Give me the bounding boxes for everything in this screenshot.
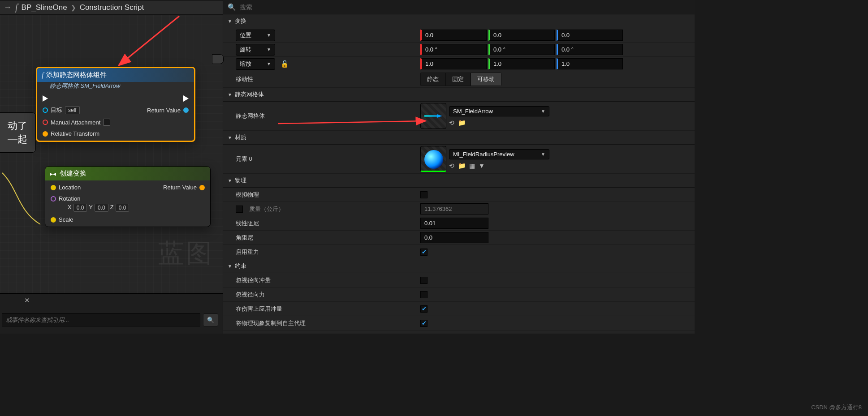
graph-node-partial[interactable] <box>212 54 224 64</box>
input-rot-z[interactable]: 0.0 <box>116 204 130 212</box>
pin-manual-attachment[interactable] <box>43 120 48 125</box>
pin-label: Relative Transform <box>51 130 99 137</box>
node-title: 添加静态网格体组件 <box>46 71 107 79</box>
label-angular-damping: 角阻尼 <box>223 234 420 242</box>
input-rot-y[interactable]: 0.0 ° <box>488 44 555 55</box>
checkbox-manual-attachment[interactable] <box>103 119 110 126</box>
breadcrumb-item-blueprint[interactable]: BP_SlineOne <box>22 3 67 12</box>
input-rot-z[interactable]: 0.0 ° <box>557 44 623 55</box>
asset-thumbnail[interactable] <box>420 146 446 172</box>
nav-forward-icon[interactable]: → <box>4 3 12 12</box>
section-material[interactable]: ▼材质 <box>223 131 695 145</box>
checkbox-ignore-radial-force[interactable] <box>420 291 428 298</box>
pin-relative-transform[interactable] <box>43 131 48 137</box>
input-linear-damping[interactable]: 0.01 <box>420 218 488 229</box>
chevron-right-icon: ❯ <box>71 4 76 11</box>
search-icon: 🔍 <box>228 3 236 11</box>
exec-pin-in[interactable] <box>43 95 48 102</box>
segmented-mobility: 静态 固定 可移动 <box>420 73 501 86</box>
dropdown-rotation[interactable]: 旋转▼ <box>236 44 275 56</box>
lock-icon[interactable]: 🔓 <box>281 60 289 68</box>
dropdown-static-mesh-asset[interactable]: SM_FieldArrow▼ <box>449 106 549 116</box>
graph-node-partial[interactable]: 动了 —起 <box>0 112 36 153</box>
label-linear-damping: 线性阻尼 <box>223 219 420 227</box>
section-static-mesh[interactable]: ▼静态网格体 <box>223 88 695 102</box>
mobility-static[interactable]: 静态 <box>420 73 445 86</box>
exec-pin-out[interactable] <box>183 95 189 102</box>
input-rot-x[interactable]: 0.0 <box>73 204 87 212</box>
pin-return-value[interactable] <box>199 185 205 190</box>
mobility-stationary[interactable]: 固定 <box>445 73 471 86</box>
checkbox-replicate-physics[interactable] <box>420 320 428 327</box>
find-button[interactable]: 🔍 <box>203 313 218 326</box>
svg-line-1 <box>119 16 179 65</box>
chevron-down-icon[interactable]: ▼ <box>479 162 485 169</box>
checkbox-mass-override[interactable] <box>236 206 243 213</box>
input-pos-x[interactable]: 0.0 <box>420 30 487 41</box>
breadcrumb: → f BP_SlineOne ❯ Construction Script <box>0 0 223 15</box>
chevron-down-icon: ▼ <box>541 109 545 114</box>
input-scale-x[interactable]: 1.0 <box>420 58 487 69</box>
label-mass: 质量（公斤） <box>249 205 284 213</box>
pin-label: Scale <box>59 216 73 223</box>
dropdown-scale[interactable]: 缩放▼ <box>236 58 275 70</box>
pin-default-value[interactable]: self <box>65 106 80 114</box>
chevron-down-icon: ▼ <box>267 61 271 66</box>
pin-target[interactable] <box>43 107 48 113</box>
input-angular-damping[interactable]: 0.0 <box>420 232 488 243</box>
pin-scale[interactable] <box>51 217 56 223</box>
checkbox-enable-gravity[interactable] <box>420 249 428 256</box>
breadcrumb-item-script[interactable]: Construction Script <box>80 3 144 12</box>
section-transform[interactable]: ▼变换 <box>223 14 695 28</box>
details-search-input[interactable] <box>240 4 690 11</box>
details-search-row: 🔍 <box>223 0 695 14</box>
input-pos-z[interactable]: 0.0 <box>557 30 623 41</box>
section-physics[interactable]: ▼物理 <box>223 174 695 188</box>
input-mass: 11.376362 <box>420 203 488 214</box>
chevron-down-icon: ▼ <box>228 264 232 269</box>
pin-rotation[interactable] <box>51 196 56 202</box>
dropdown-position[interactable]: 位置▼ <box>236 30 275 41</box>
grid-icon[interactable]: ▦ <box>469 162 475 169</box>
browse-icon[interactable]: 📁 <box>458 162 466 169</box>
chevron-down-icon: ▼ <box>228 135 232 140</box>
graph-node-pin[interactable] <box>0 172 6 180</box>
function-icon: f <box>15 2 18 13</box>
input-pos-y[interactable]: 0.0 <box>488 30 555 41</box>
checkbox-apply-damage-impulse[interactable] <box>420 305 428 313</box>
dropdown-material-asset[interactable]: MI_FieldRadiusPreview▼ <box>449 149 549 159</box>
section-constraint[interactable]: ▼约束 <box>223 259 695 273</box>
input-scale-z[interactable]: 1.0 <box>557 58 623 69</box>
node-make-transform[interactable]: ▸◂ 创建变换 Location Return Value <box>45 166 211 227</box>
graph-watermark: 蓝图 <box>158 236 214 271</box>
asset-thumbnail[interactable] <box>420 103 446 129</box>
chevron-down-icon: ▼ <box>228 178 232 183</box>
browse-icon[interactable]: 📁 <box>458 119 466 126</box>
label-ignore-radial-force: 忽视径向力 <box>223 291 420 299</box>
node-add-static-mesh-component[interactable]: f 添加静态网格体组件 静态网格体 SM_FieldArrow 目标 self … <box>36 67 195 142</box>
use-selected-icon[interactable]: ⟲ <box>449 119 454 126</box>
mobility-movable[interactable]: 可移动 <box>471 73 501 86</box>
node-header[interactable]: f 添加静态网格体组件 <box>37 68 194 82</box>
label-material-element: 元素 0 <box>223 155 420 163</box>
input-rot-y[interactable]: 0.0 <box>95 204 108 212</box>
input-rot-x[interactable]: 0.0 ° <box>420 44 487 55</box>
pin-return-value[interactable] <box>183 107 189 113</box>
checkbox-simulate-physics[interactable] <box>420 191 428 198</box>
pin-location[interactable] <box>51 185 56 190</box>
annotation-arrow <box>112 14 184 72</box>
close-icon[interactable]: ✕ <box>24 296 30 304</box>
node-header[interactable]: ▸◂ 创建变换 <box>45 167 210 180</box>
blueprint-graph-panel[interactable]: → f BP_SlineOne ❯ Construction Script 动了… <box>0 0 223 334</box>
chevron-down-icon: ▼ <box>541 152 545 157</box>
node-text: —起 <box>8 133 27 146</box>
details-panel: 🔍 ▼变换 位置▼ 0.0 0.0 0.0 旋转▼ 0.0 ° 0.0 ° 0.… <box>223 0 695 334</box>
label-static-mesh: 静态网格体 <box>223 112 420 120</box>
use-selected-icon[interactable]: ⟲ <box>449 162 454 169</box>
checkbox-ignore-radial-impulse[interactable] <box>420 277 428 284</box>
chevron-down-icon: ▼ <box>228 92 232 97</box>
input-scale-y[interactable]: 1.0 <box>488 58 555 69</box>
pin-label: 目标 <box>51 106 62 114</box>
find-input[interactable] <box>2 313 200 326</box>
node-subtitle: 静态网格体 SM_FieldArrow <box>37 82 194 92</box>
